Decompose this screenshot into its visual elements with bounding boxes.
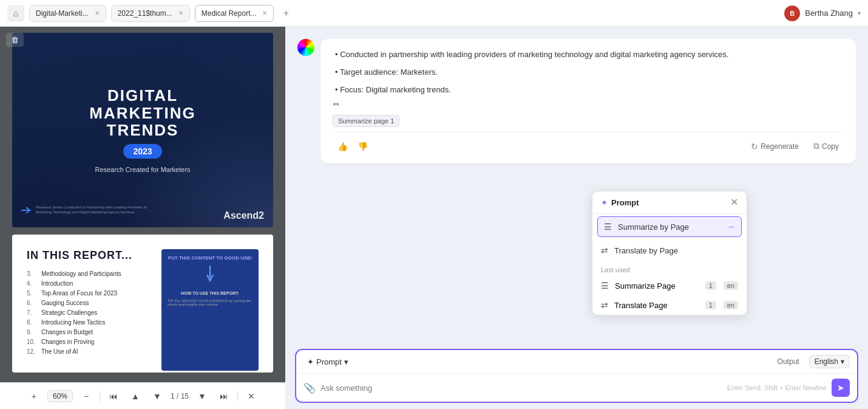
toolbar-divider-2: [237, 391, 238, 402]
language-chevron-icon: ▾: [841, 357, 844, 366]
regenerate-label: Regenerate: [761, 142, 799, 151]
toc-num: 4.: [27, 280, 36, 287]
toc-label: Introduction: [41, 280, 73, 287]
toc-num: 10.: [27, 339, 36, 345]
toc-num: 8.: [27, 319, 36, 326]
tab-label: Medical Report...: [202, 9, 257, 18]
toc-label: Gauging Success: [41, 300, 89, 306]
prompt-dropdown: ✦ Prompt ✕ ☰ Summarize by Page → ⇄ Trans…: [592, 191, 747, 315]
translate-icon: ⇄: [601, 246, 608, 255]
user-name: Bertha Zhang: [805, 9, 853, 18]
sparkle-icon: ✦: [601, 198, 608, 207]
message-bullet-1: Conducted in partnership with leading pr…: [333, 49, 844, 61]
send-icon: ➤: [837, 383, 844, 393]
toc-num: 9.: [27, 329, 36, 335]
prompt-close-button[interactable]: ✕: [730, 198, 738, 207]
toc-label: Top Areas of Focus for 2023: [41, 290, 117, 297]
chat-message-row: Conducted in partnership with leading pr…: [297, 39, 856, 171]
prompt-item-summarize-by-page[interactable]: ☰ Summarize by Page →: [597, 216, 742, 237]
toc-label: The Use of AI: [41, 348, 78, 355]
pdf-ascend-logo: Ascend2: [223, 210, 264, 221]
message-actions: 👍 👎 ↻ Regenerate ⧉ Copy: [333, 132, 844, 154]
page-current: 1: [171, 392, 175, 400]
nav-end-button[interactable]: ⏭: [215, 388, 232, 405]
prompt-dropdown-header: ✦ Prompt ✕: [592, 191, 747, 214]
output-label: Output: [778, 357, 799, 366]
nav-first-button[interactable]: ⏮: [105, 388, 122, 405]
nav-prev-button[interactable]: ▲: [127, 388, 144, 405]
tab-close-icon[interactable]: ✕: [178, 10, 183, 16]
summarize-page-label: Summarize Page: [615, 281, 697, 290]
toc-label: Changes in Budget: [41, 329, 93, 335]
add-tab-button[interactable]: +: [279, 6, 293, 21]
pdf-page-2: PUT THIS CONTENT TO GOOD USE! HOW TO USE…: [12, 235, 273, 373]
zoom-out-button[interactable]: −: [78, 388, 95, 405]
translate-page-icon: ⇄: [601, 300, 608, 310]
message-italic: **: [333, 101, 844, 110]
send-button[interactable]: ➤: [832, 379, 850, 397]
pdf-pages[interactable]: DIGITAL MARKETING TRENDS 2023 Research C…: [0, 27, 285, 382]
message-bullet-2: Target audience: Marketers.: [333, 66, 844, 79]
tab-label: 2022_11$thum...: [118, 9, 172, 18]
pdf-page-1: DIGITAL MARKETING TRENDS 2023 Research C…: [12, 33, 273, 227]
chat-content: Conducted in partnership with leading pr…: [285, 27, 868, 343]
language-select[interactable]: English ▾: [809, 355, 850, 368]
pdf-subtitle: Research Created for Marketers: [89, 166, 195, 173]
prompt-last-summarize-page[interactable]: ☰ Summarize Page 1 en: [592, 276, 747, 295]
page-sep: /: [177, 392, 181, 400]
right-panel: Conducted in partnership with leading pr…: [285, 27, 868, 409]
tab-close-icon[interactable]: ✕: [262, 10, 267, 16]
toc-sidebar-text: TIP #1c: ENLAGE YOUR AUDIENCE by turning…: [168, 299, 253, 306]
prompt-item-translate-by-page[interactable]: ⇄ Translate by Page: [592, 239, 747, 261]
regenerate-button[interactable]: ↻ Regenerate: [746, 139, 804, 154]
pdf-arrow-logo: Research Series Conducted in Partnership…: [21, 205, 157, 215]
nav-next-button[interactable]: ▼: [149, 388, 166, 405]
chat-input[interactable]: [320, 383, 722, 393]
input-container: ✦ Prompt ▾ Output English ▾ 📎 Enter Send…: [295, 349, 858, 403]
pdf-cover: DIGITAL MARKETING TRENDS 2023 Research C…: [12, 33, 273, 227]
toc-item-4: 4. Introduction: [27, 280, 154, 287]
pdf-delete-button[interactable]: 🗑: [6, 33, 24, 47]
copy-icon: ⧉: [813, 141, 819, 151]
main-layout: 🗑 DIGITAL MARKETING TRENDS 2023 Research…: [0, 27, 868, 409]
message-bubble: Conducted in partnership with leading pr…: [320, 39, 856, 163]
summarize-label: Summarize by Page: [618, 222, 721, 232]
thumbdown-button[interactable]: 👎: [353, 139, 373, 154]
prompt-btn-sparkle: ✦: [307, 357, 314, 366]
user-section: B Bertha Zhang ▾: [784, 5, 861, 21]
tab-medical-report[interactable]: Medical Report... ✕: [195, 5, 274, 22]
pdf-title-line3: TRENDS: [89, 122, 195, 139]
pdf-cover-content: DIGITAL MARKETING TRENDS 2023 Research C…: [89, 87, 195, 173]
translate-page-badge-num: 1: [705, 301, 716, 309]
home-button[interactable]: ⌂: [7, 5, 24, 22]
toc-num: 6.: [27, 300, 36, 306]
nav-down-button[interactable]: ▼: [194, 388, 211, 405]
summarize-page-icon: ☰: [601, 281, 609, 290]
ai-avatar: [297, 39, 314, 56]
down-arrow-icon: [204, 266, 216, 284]
zoom-in-button[interactable]: +: [25, 388, 42, 405]
toc-arrow-down: [168, 266, 253, 286]
toc-num: 12.: [27, 348, 36, 355]
toc-item-6: 6. Gauging Success: [27, 300, 154, 306]
toc-sidebar-cta: HOW TO USE THIS REPORT:: [168, 291, 253, 295]
arrow-icon: [21, 207, 33, 214]
prompt-toggle-button[interactable]: ✦ Prompt ▾: [303, 356, 352, 368]
close-pdf-button[interactable]: ✕: [243, 388, 260, 405]
toc-item-7: 7. Strategic Challenges: [27, 309, 154, 316]
zoom-level: 60%: [47, 390, 73, 402]
language-value: English: [815, 357, 838, 366]
input-hint: Enter Send; Shift + Enter Newline: [727, 384, 827, 391]
input-main: 📎 Enter Send; Shift + Enter Newline ➤: [296, 374, 857, 402]
thumbup-button[interactable]: 👍: [333, 139, 353, 154]
translate-label: Translate by Page: [614, 246, 738, 255]
attach-button[interactable]: 📎: [303, 382, 316, 394]
prompt-last-translate-page[interactable]: ⇄ Translate Page 1 en: [592, 295, 747, 315]
copy-button[interactable]: ⧉ Copy: [809, 139, 844, 154]
tab-label: Digital-Marketi...: [36, 9, 89, 18]
tab-2022-thumb[interactable]: 2022_11$thum... ✕: [111, 5, 190, 22]
chevron-down-icon[interactable]: ▾: [858, 10, 861, 16]
tab-digital-marketing[interactable]: Digital-Marketi... ✕: [29, 5, 106, 22]
tab-close-icon[interactable]: ✕: [95, 10, 100, 16]
prompt-btn-label: Prompt: [316, 357, 342, 366]
